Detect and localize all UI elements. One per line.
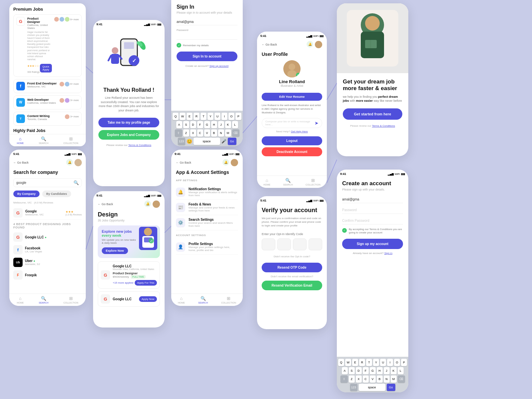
key-t-c[interactable]: T [366,359,372,366]
by-company-tab[interactable]: By Company [13,191,40,197]
key-u-c[interactable]: U [380,359,386,366]
logout-btn[interactable]: Logout [262,136,322,145]
key-d[interactable]: D [190,121,196,128]
key-space[interactable]: space [194,138,220,145]
key-i-c[interactable]: I [387,359,393,366]
key-q[interactable]: Q [173,113,179,120]
nav-home-6[interactable]: ⌂ HOME [178,296,185,304]
apply-btn-5[interactable]: Apply For This [135,280,157,286]
signin-button[interactable]: Sign In to account [177,52,237,61]
nav-home-1[interactable]: ⌂ HOME [17,136,24,144]
job-card-content[interactable]: T Content Writing Toronto, Canada 3+ mor… [13,112,82,126]
nav-search-4[interactable]: 🔍 SEARCH [39,296,49,304]
key-e-c[interactable]: E [352,359,358,366]
nav-collection-1[interactable]: ⊞ COLLECTION [64,136,78,144]
job-list-uber[interactable]: Ub Uber ● Adelaide, S2 [13,256,82,269]
key-delete-c[interactable]: ⌫ [398,375,405,383]
key-l[interactable]: L [232,121,238,128]
company-search-input[interactable] [16,181,71,185]
key-f[interactable]: F [197,121,203,128]
key-r[interactable]: R [194,113,200,120]
key-n[interactable]: N [218,129,224,137]
key-d-c[interactable]: D [356,367,362,374]
nav-collection-4[interactable]: ⊞ COLLECTION [64,296,78,304]
key-x[interactable]: X [190,129,196,137]
nav-collection-6[interactable]: ⊞ COLLECTION [221,296,236,304]
company-search-box[interactable]: 🔍 [13,178,82,187]
signup-btn[interactable]: Sign up my account [342,239,403,249]
resend-otp-btn[interactable]: Resend OTP Code [262,263,322,272]
key-k[interactable]: K [225,121,231,128]
edit-resume-btn[interactable]: Edit Your Resume [262,93,322,101]
job-card-frontend[interactable]: f Front End Developer Melbourne, VIC 6+ … [13,79,82,93]
job-card-product-designer[interactable]: G Product Designer California, United St… [13,14,82,77]
key-delete[interactable]: ⌫ [232,129,239,137]
explore-now-btn[interactable]: Explore Now [102,247,128,254]
key-c[interactable]: C [197,129,203,137]
nav-home-7[interactable]: ⌂ HOME [263,178,270,186]
key-p-c[interactable]: P [401,359,407,366]
otp-box-4[interactable] [309,238,322,250]
key-h[interactable]: H [211,121,217,128]
key-s[interactable]: S [183,121,189,128]
key-m[interactable]: M [225,129,231,137]
explore-jobs-btn[interactable]: Explore Jobs and Company [98,130,159,140]
key-r-c[interactable]: R [359,359,365,366]
back-arrow-5[interactable]: ← Go Back [98,202,113,206]
key-a[interactable]: A [176,121,182,128]
key-z-c[interactable]: Z [349,375,355,383]
key-h-c[interactable]: H [377,367,383,374]
signin-link-create[interactable]: Sign in [384,252,392,255]
create-email-input[interactable] [342,196,403,203]
otp-box-3[interactable] [293,238,307,250]
thankyou-tc-link[interactable]: Terms & Conditions [128,144,151,147]
google-company-row[interactable]: G Google Melbourne, VIC ★★★ (1.0 B) Revi… [13,206,82,220]
key-u[interactable]: U [214,113,220,120]
quick-apply-btn-1[interactable]: Quick Apply [40,64,52,72]
by-candidates-tab[interactable]: By Candidates [42,191,71,197]
key-go-c[interactable]: Go [387,384,395,391]
nav-search-6[interactable]: 🔍 SEARCH [198,296,208,304]
feeds-settings-item[interactable]: 📰 Feeds & News Manage and control your f… [176,200,238,215]
featured-company-card[interactable]: G Google LLC Mountain View, California, … [98,261,160,289]
notification-settings-item[interactable]: 🔔 Notification Settings Manage your noti… [176,185,238,200]
key-j[interactable]: J [218,121,224,128]
search-settings-item[interactable]: ⚙️ Search Settings Control your search a… [176,215,238,230]
mic-key[interactable]: 🎤 [221,139,226,144]
key-a-c[interactable]: A [342,367,348,374]
resend-email-btn[interactable]: Resend Verification Email [262,281,322,290]
key-go[interactable]: Go [228,138,236,145]
key-y[interactable]: Y [207,113,213,120]
emoji-key[interactable]: 😊 [187,139,192,144]
key-w-c[interactable]: W [345,359,351,366]
job-card-web-dev[interactable]: W Web Developer California, United State… [13,95,82,109]
nav-search-1[interactable]: 🔍 SEARCH [39,136,49,144]
job-list-facebook[interactable]: f Facebook LA, Las Vegas [13,243,82,256]
key-j-c[interactable]: J [384,367,390,374]
send-btn-7[interactable]: ➤ [315,120,319,126]
key-e[interactable]: E [187,113,193,120]
email-input[interactable] [177,19,237,25]
job-list-freepik[interactable]: F Freepik [13,269,82,281]
key-w[interactable]: W [180,113,186,120]
key-space-c[interactable]: space [359,384,385,391]
back-arrow-7[interactable]: ← Go Back [262,43,277,46]
key-123[interactable]: 123 [178,138,185,145]
key-b[interactable]: B [211,129,217,137]
key-k-c[interactable]: K [391,367,397,374]
key-m-c[interactable]: M [391,375,397,383]
key-n-c[interactable]: N [384,375,390,383]
deactivate-btn[interactable]: Deactivate Account [262,147,322,156]
help-link-7[interactable]: Get Help Here [291,130,308,133]
key-b-c[interactable]: B [377,375,383,383]
create-confirm-input[interactable] [342,217,403,224]
back-arrow-6[interactable]: ← Go Back [176,161,191,164]
key-q-c[interactable]: Q [338,359,344,366]
key-o-c[interactable]: O [394,359,400,366]
key-f-c[interactable]: F [363,367,369,374]
edit-avatar-badge[interactable]: ✏ [296,73,301,77]
nav-home-4[interactable]: ⌂ HOME [17,296,24,304]
back-arrow-4[interactable]: ← Go Back [13,161,29,164]
apply-btn-5b[interactable]: Apply Now [139,296,157,302]
key-c-c[interactable]: C [363,375,369,383]
